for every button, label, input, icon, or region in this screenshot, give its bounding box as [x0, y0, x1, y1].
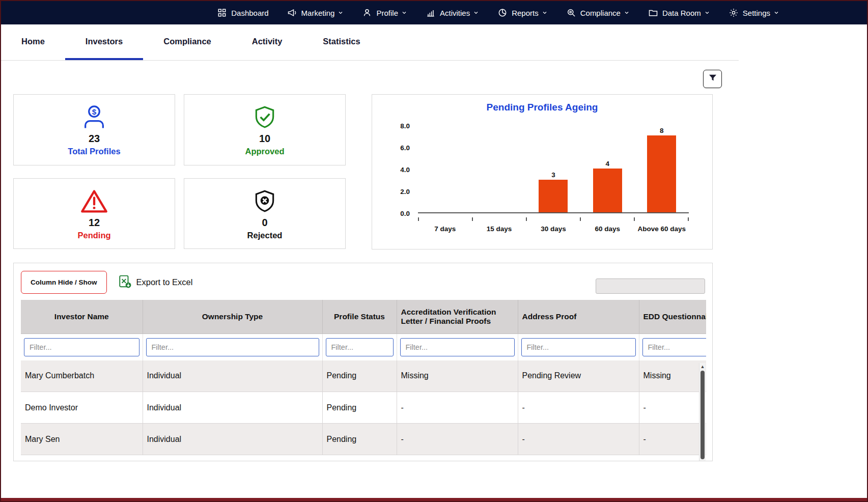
export-to-excel-button[interactable]: Export to Excel — [118, 275, 193, 290]
y-tick-label: 4.0 — [400, 166, 410, 174]
nav-item-activities[interactable]: Activities — [426, 8, 479, 18]
chart-title: Pending Profiles Ageing — [372, 102, 712, 113]
bar-30-days: 3 — [526, 126, 580, 212]
column-header-investor-name[interactable]: Investor Name — [21, 300, 143, 333]
filter-input-profile-status[interactable] — [326, 338, 394, 356]
column-header-edd-questionnaire[interactable]: EDD Questionnaire — [639, 300, 706, 333]
chevron-down-icon — [401, 10, 407, 16]
nav-item-label: Data Room — [662, 9, 701, 17]
nav-item-settings[interactable]: Settings — [729, 8, 779, 18]
stat-card-total-profiles[interactable]: $ 23 Total Profiles — [13, 94, 175, 165]
stat-label: Rejected — [247, 231, 283, 240]
nav-item-label: Marketing — [301, 9, 335, 17]
stat-value: 12 — [89, 217, 100, 229]
x-tick-label: Above 60 days — [635, 225, 689, 233]
table-row[interactable]: Mary Sen Individual Pending - - - — [21, 424, 706, 455]
nav-item-reports[interactable]: Reports — [497, 8, 548, 18]
x-tick-label: 60 days — [580, 225, 634, 233]
nav-item-marketing[interactable]: Marketing — [287, 8, 344, 18]
chart-x-axis-labels: 7 days 15 days 30 days 60 days Above 60 … — [418, 225, 689, 233]
chevron-down-icon — [542, 10, 548, 16]
bar-above-60-days: 8 — [635, 126, 689, 212]
nav-item-data-room[interactable]: Data Room — [648, 8, 710, 18]
stat-card-approved[interactable]: 10 Approved — [184, 94, 346, 165]
bar-7-days — [418, 126, 472, 212]
shield-check-icon — [252, 103, 277, 132]
bar-60-days: 4 — [580, 126, 634, 212]
tab-activity[interactable]: Activity — [232, 24, 303, 60]
nav-item-label: Reports — [512, 9, 539, 17]
cell-accreditation: - — [397, 392, 518, 424]
table-vertical-scrollbar[interactable]: ▲ — [699, 363, 706, 461]
chevron-down-icon — [338, 10, 344, 16]
cell-profile-status: Pending — [322, 392, 397, 424]
stat-value: 23 — [89, 133, 100, 145]
filter-button[interactable] — [703, 70, 722, 88]
chevron-down-icon — [473, 10, 479, 16]
excel-file-icon — [118, 275, 131, 290]
cell-edd-questionnaire: - — [639, 424, 706, 455]
table-toolbar: Column Hide / Show Export to Excel — [14, 263, 712, 300]
stat-value: 0 — [262, 217, 267, 229]
x-tick-label: 15 days — [472, 225, 526, 233]
bar-15-days — [472, 126, 526, 212]
column-hide-show-button[interactable]: Column Hide / Show — [21, 271, 107, 294]
bar-value-label: 4 — [606, 159, 610, 169]
table-filter-row — [21, 333, 706, 360]
filter-input-investor-name[interactable] — [24, 338, 139, 356]
chart-area: 8.06.04.02.00.0 3 4 8 7 days 15 days 30 — [387, 126, 712, 233]
pie-chart-icon — [497, 8, 508, 18]
stat-card-pending[interactable]: 12 Pending — [13, 178, 175, 249]
bar-value-label: 8 — [660, 126, 664, 135]
horizontal-scrollbar[interactable] — [1, 498, 867, 501]
stat-value: 10 — [259, 133, 270, 145]
filter-input-ownership-type[interactable] — [146, 338, 319, 356]
filter-input-address-proof[interactable] — [521, 338, 636, 356]
cell-investor-name: Demo Investor — [21, 392, 143, 424]
tab-investors[interactable]: Investors — [65, 24, 143, 60]
megaphone-icon — [287, 8, 297, 18]
nav-item-compliance[interactable]: Compliance — [566, 8, 630, 18]
column-header-address-proof[interactable]: Address Proof — [518, 300, 639, 333]
tab-compliance[interactable]: Compliance — [143, 24, 232, 60]
table-row[interactable]: Demo Investor Individual Pending - - - — [21, 392, 706, 424]
tab-statistics[interactable]: Statistics — [302, 24, 380, 60]
column-header-ownership-type[interactable]: Ownership Type — [143, 300, 322, 333]
bar-value-label: 3 — [551, 171, 555, 180]
table-row[interactable]: Mary Cumberbatch Individual Pending Miss… — [21, 360, 706, 392]
table-header-row: Investor Name Ownership Type Profile Sta… — [21, 300, 706, 333]
tab-bar: Home Investors Compliance Activity Stati… — [1, 24, 739, 61]
filter-input-accreditation[interactable] — [400, 338, 515, 356]
nav-item-label: Compliance — [580, 9, 621, 17]
nav-item-profile[interactable]: Profile — [362, 8, 407, 18]
funnel-icon — [708, 73, 718, 85]
nav-item-label: Dashboard — [231, 9, 268, 17]
column-header-accreditation[interactable]: Accreditation Verification Letter / Fina… — [397, 300, 518, 333]
bar — [647, 135, 676, 212]
filter-input-edd-questionnaire[interactable] — [642, 338, 707, 356]
nav-item-label: Activities — [440, 9, 470, 17]
cell-edd-questionnaire: - — [639, 392, 706, 424]
nav-item-dashboard[interactable]: Dashboard — [217, 8, 268, 18]
filter-button-row — [1, 70, 867, 88]
chart-plot: 3 4 8 — [418, 126, 689, 213]
export-label: Export to Excel — [136, 277, 193, 287]
stat-card-rejected[interactable]: 0 Rejected — [184, 178, 346, 249]
tab-home[interactable]: Home — [1, 24, 65, 60]
stat-label: Total Profiles — [68, 147, 120, 156]
stat-label: Approved — [245, 147, 284, 156]
bar — [593, 169, 622, 212]
scrollbar-up-arrow[interactable]: ▲ — [699, 363, 706, 370]
bar-chart-icon — [426, 8, 436, 18]
chart-axis-ticks — [418, 217, 689, 221]
chart-y-axis: 8.06.04.02.00.0 — [387, 122, 418, 217]
column-header-profile-status[interactable]: Profile Status — [322, 300, 397, 333]
table-viewport: Investor Name Ownership Type Profile Sta… — [21, 300, 706, 455]
x-tick-label: 30 days — [526, 225, 580, 233]
chevron-down-icon — [704, 10, 710, 16]
cell-edd-questionnaire: Missing — [639, 360, 706, 392]
scrollbar-thumb[interactable] — [701, 371, 705, 459]
table-search-input[interactable] — [596, 278, 705, 294]
investors-table-panel: Column Hide / Show Export to Excel Inves… — [13, 263, 713, 461]
cell-profile-status: Pending — [322, 360, 397, 392]
